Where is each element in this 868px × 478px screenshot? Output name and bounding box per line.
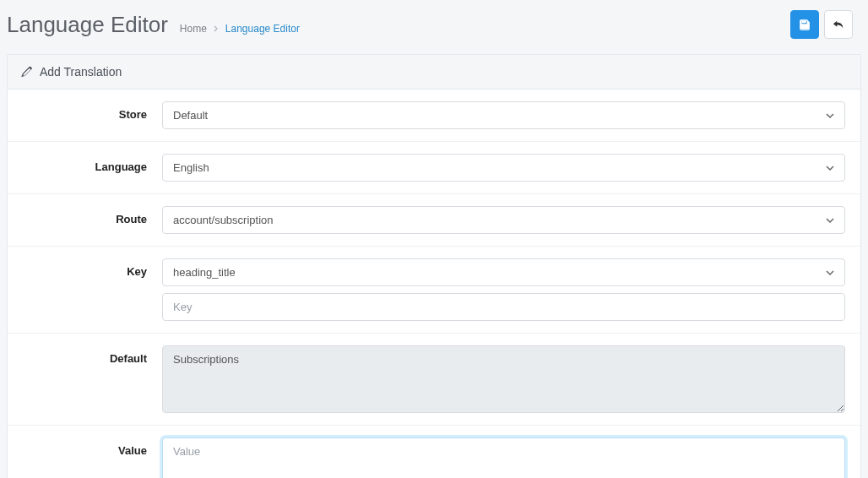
route-select[interactable]: account/subscription bbox=[162, 206, 845, 234]
header-left: Language Editor Home Language Editor bbox=[7, 12, 300, 38]
page-header: Language Editor Home Language Editor bbox=[0, 0, 868, 54]
value-textarea[interactable] bbox=[162, 437, 845, 478]
language-label: Language bbox=[23, 154, 162, 173]
form-row-key: Key heading_title bbox=[8, 247, 860, 334]
panel-body: Store Default Language English bbox=[8, 90, 860, 478]
default-textarea bbox=[162, 345, 845, 413]
form-row-value: Value bbox=[8, 426, 860, 478]
key-select[interactable]: heading_title bbox=[162, 258, 845, 286]
form-row-language: Language English bbox=[8, 142, 860, 194]
route-label: Route bbox=[23, 206, 162, 225]
svg-rect-0 bbox=[802, 21, 806, 24]
breadcrumb-current: Language Editor bbox=[225, 23, 300, 35]
store-label: Store bbox=[23, 101, 162, 121]
default-label: Default bbox=[23, 345, 162, 365]
key-input[interactable] bbox=[162, 293, 845, 321]
panel-header: Add Translation bbox=[8, 55, 860, 90]
header-actions bbox=[790, 10, 853, 39]
breadcrumb-separator bbox=[214, 25, 219, 32]
language-select[interactable]: English bbox=[162, 154, 845, 182]
panel-title: Add Translation bbox=[40, 65, 122, 79]
reply-icon bbox=[833, 19, 844, 30]
save-icon bbox=[799, 19, 811, 30]
key-label: Key bbox=[23, 258, 162, 278]
breadcrumb: Home Language Editor bbox=[180, 23, 300, 35]
pencil-icon bbox=[21, 66, 33, 78]
panel: Add Translation Store Default Language bbox=[7, 54, 861, 478]
save-button[interactable] bbox=[790, 10, 819, 39]
value-label: Value bbox=[23, 437, 162, 457]
form-row-default: Default bbox=[8, 334, 860, 426]
back-button[interactable] bbox=[824, 10, 853, 39]
form-row-store: Store Default bbox=[8, 90, 860, 142]
page-title: Language Editor bbox=[7, 12, 168, 38]
breadcrumb-home[interactable]: Home bbox=[180, 23, 207, 35]
form-row-route: Route account/subscription bbox=[8, 194, 860, 247]
store-select[interactable]: Default bbox=[162, 101, 845, 129]
